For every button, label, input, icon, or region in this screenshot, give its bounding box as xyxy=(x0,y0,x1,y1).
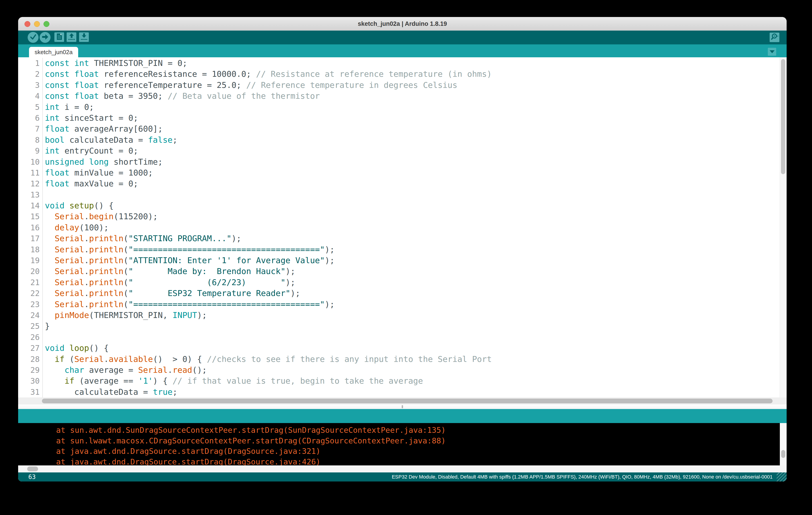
title-bar: sketch_jun02a | Arduino 1.8.19 xyxy=(18,17,787,31)
line-number: 5 xyxy=(18,102,40,113)
code-line[interactable]: 31 calculateData = true; xyxy=(18,387,780,397)
line-number: 31 xyxy=(18,387,40,397)
line-number: 16 xyxy=(18,222,40,233)
line-number: 8 xyxy=(18,134,40,145)
line-number: 30 xyxy=(18,375,40,386)
down-arrow-tray-icon xyxy=(81,33,88,41)
line-number: 7 xyxy=(18,123,40,134)
console-line: at java.awt.dnd.DragSource.startDrag(Dra… xyxy=(28,446,780,457)
save-button[interactable] xyxy=(79,32,89,42)
code-line[interactable]: 5int i = 0; xyxy=(18,102,780,113)
code-line[interactable]: 21 Serial.println(" (6/2/23) "); xyxy=(18,277,780,288)
console-header-band xyxy=(18,409,787,423)
verify-button[interactable] xyxy=(28,32,38,43)
line-number: 22 xyxy=(18,288,40,299)
resize-grip-icon[interactable] xyxy=(777,473,787,482)
code-line[interactable]: 19 Serial.println("ATTENTION: Enter '1' … xyxy=(18,255,780,266)
code-line[interactable]: 29 char average = Serial.read(); xyxy=(18,365,780,375)
line-number: 18 xyxy=(18,244,40,255)
status-board-info: ESP32 Dev Module, Disabled, Default 4MB … xyxy=(392,473,773,482)
arduino-ide-window: sketch_jun02a | Arduino 1.8.19 xyxy=(18,17,787,482)
console-vertical-scrollbar-thumb[interactable] xyxy=(781,450,785,458)
window-title: sketch_jun02a | Arduino 1.8.19 xyxy=(18,17,787,31)
code-line[interactable]: 16 delay(100); xyxy=(18,222,780,233)
code-line[interactable]: 28 if (Serial.available() > 0) { //check… xyxy=(18,354,780,365)
code-line[interactable]: 20 Serial.println(" Made by: Brendon Hau… xyxy=(18,266,780,277)
code-line[interactable]: 2const float referenceResistance = 10000… xyxy=(18,69,780,80)
console-output: at sun.awt.dnd.SunDragSourceContextPeer.… xyxy=(18,423,787,465)
line-number: 10 xyxy=(18,156,40,168)
line-number: 17 xyxy=(18,233,40,244)
console-horizontal-scrollbar[interactable] xyxy=(18,465,787,473)
line-number: 15 xyxy=(18,211,40,222)
code-line[interactable]: 7float averageArray[600]; xyxy=(18,123,780,134)
code-line[interactable]: 12float maxValue = 0; xyxy=(18,178,780,189)
serial-monitor-button[interactable] xyxy=(770,33,779,42)
line-number: 9 xyxy=(18,145,40,156)
line-number: 24 xyxy=(18,310,40,321)
line-number: 21 xyxy=(18,277,40,288)
console-lines: at sun.awt.dnd.SunDragSourceContextPeer.… xyxy=(18,423,780,465)
code-line[interactable]: 11float minValue = 1000; xyxy=(18,168,780,178)
line-number: 19 xyxy=(18,255,40,266)
code-line[interactable]: 27void loop() { xyxy=(18,343,780,354)
right-arrow-icon xyxy=(41,33,49,42)
line-number: 29 xyxy=(18,365,40,375)
up-arrow-tray-icon xyxy=(68,33,75,41)
code-line[interactable]: 4const float beta = 3950; // Beta value … xyxy=(18,91,780,101)
code-line[interactable]: 30 if (average == '1') { // if that valu… xyxy=(18,375,780,386)
console-vertical-scrollbar[interactable] xyxy=(780,423,787,465)
line-number: 27 xyxy=(18,343,40,354)
code-line[interactable]: 1const int THERMISTOR_PIN = 0; xyxy=(18,58,780,69)
status-line-number: 63 xyxy=(28,473,36,482)
code-lines[interactable]: 1const int THERMISTOR_PIN = 0;2const flo… xyxy=(18,58,780,397)
tab-label: sketch_jun02a xyxy=(35,49,73,56)
editor-horizontal-scrollbar[interactable] xyxy=(18,397,787,404)
new-sketch-button[interactable] xyxy=(54,32,64,42)
code-line[interactable]: 10unsigned long shortTime; xyxy=(18,156,780,168)
code-line[interactable]: 3const float referenceTemperature = 25.0… xyxy=(18,80,780,91)
console-horizontal-scrollbar-thumb[interactable] xyxy=(27,466,38,471)
line-number: 4 xyxy=(18,91,40,101)
line-number: 13 xyxy=(18,189,40,200)
tab-sketch[interactable]: sketch_jun02a xyxy=(29,47,78,57)
line-number: 26 xyxy=(18,332,40,343)
editor-horizontal-scrollbar-thumb[interactable] xyxy=(42,399,773,403)
code-line[interactable]: 25} xyxy=(18,321,780,332)
code-line[interactable]: 18 Serial.println("=====================… xyxy=(18,244,780,255)
upload-button[interactable] xyxy=(40,32,51,43)
line-number: 1 xyxy=(18,58,40,69)
splitter-handle-icon[interactable] xyxy=(402,405,403,408)
console-line: at sun.lwawt.macosx.CDragSourceContextPe… xyxy=(28,435,780,446)
code-line[interactable]: 14void setup() { xyxy=(18,200,780,211)
code-line[interactable]: 17 Serial.println("STARTING PROGRAM...")… xyxy=(18,233,780,244)
code-line[interactable]: 23 Serial.println("=====================… xyxy=(18,299,780,310)
line-number: 2 xyxy=(18,69,40,80)
magnifier-icon xyxy=(771,33,779,42)
tab-dropdown-button[interactable] xyxy=(768,48,776,56)
line-number: 14 xyxy=(18,200,40,211)
code-line[interactable]: 24 pinMode(THERMISTOR_PIN, INPUT); xyxy=(18,310,780,321)
code-line[interactable]: 13 xyxy=(18,189,780,200)
line-number: 20 xyxy=(18,266,40,277)
console-line: at java.awt.dnd.DragSource.startDrag(Dra… xyxy=(28,457,780,466)
line-number: 3 xyxy=(18,80,40,91)
code-line[interactable]: 26 xyxy=(18,332,780,343)
editor-vertical-scrollbar[interactable] xyxy=(780,57,787,397)
line-number: 28 xyxy=(18,354,40,365)
code-line[interactable]: 15 Serial.begin(115200); xyxy=(18,211,780,222)
code-line[interactable]: 9int entryCount = 0; xyxy=(18,145,780,156)
code-line[interactable]: 6int sinceStart = 0; xyxy=(18,113,780,123)
code-editor[interactable]: 1const int THERMISTOR_PIN = 0;2const flo… xyxy=(18,57,787,397)
line-number: 23 xyxy=(18,299,40,310)
line-number: 11 xyxy=(18,168,40,178)
editor-console-splitter[interactable] xyxy=(18,404,787,409)
tab-bar: sketch_jun02a xyxy=(18,44,787,57)
open-button[interactable] xyxy=(67,32,76,42)
toolbar xyxy=(18,31,787,44)
line-number: 12 xyxy=(18,178,40,189)
line-number: 25 xyxy=(18,321,40,332)
editor-vertical-scrollbar-thumb[interactable] xyxy=(781,59,785,174)
code-line[interactable]: 8bool calculateData = false; xyxy=(18,134,780,145)
code-line[interactable]: 22 Serial.println(" ESP32 Temperature Re… xyxy=(18,288,780,299)
